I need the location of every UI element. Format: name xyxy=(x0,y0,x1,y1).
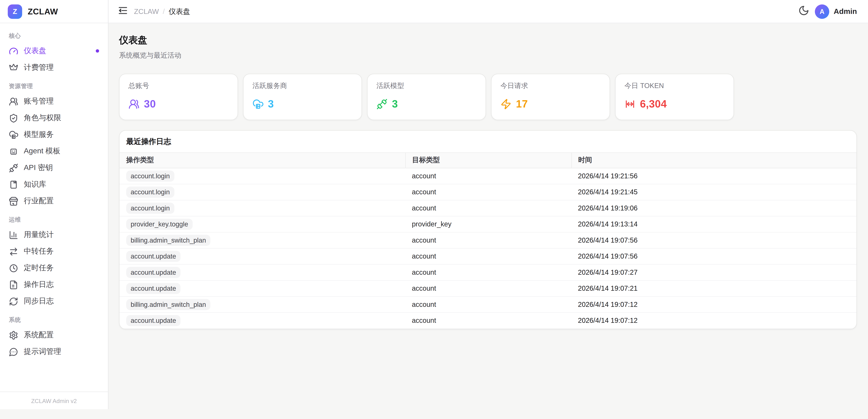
sidebar-item-label: 计费管理 xyxy=(24,62,54,72)
users-icon xyxy=(9,96,18,106)
refresh-icon xyxy=(9,297,18,306)
store-icon xyxy=(9,196,18,206)
sidebar-item-roles[interactable]: 角色与权限 xyxy=(4,110,104,126)
moon-icon xyxy=(798,5,809,18)
sidebar-item-label: 操作日志 xyxy=(24,279,54,290)
sidebar-item-label: 角色与权限 xyxy=(24,113,61,123)
sidebar-nav: 核心仪表盘计费管理资源管理账号管理角色与权限模型服务Agent 模板API 密钥… xyxy=(0,23,108,392)
gauge-icon xyxy=(9,46,18,56)
time-cell: 2026/4/14 19:07:56 xyxy=(571,232,856,248)
cloud-server-icon xyxy=(252,99,264,110)
time-cell: 2026/4/14 19:07:21 xyxy=(571,280,856,296)
sidebar-item-agent-templates[interactable]: Agent 模板 xyxy=(4,143,104,159)
sidebar-item-label: 中转任务 xyxy=(24,246,54,256)
page-title: 仪表盘 xyxy=(119,35,857,46)
page-subtitle: 系统概览与最近活动 xyxy=(119,51,857,60)
book-icon xyxy=(9,180,18,189)
user-menu[interactable]: A Admin xyxy=(815,4,857,19)
action-type-badge: provider_key.toggle xyxy=(126,219,192,230)
sidebar-collapse-button[interactable] xyxy=(117,6,128,17)
stat-label: 今日请求 xyxy=(500,82,601,91)
sidebar-item-relay-tasks[interactable]: 中转任务 xyxy=(4,243,104,260)
user-name: Admin xyxy=(834,7,857,16)
action-type-badge: account.update xyxy=(126,251,181,262)
stat-card-3: 活跃模型3 xyxy=(367,73,486,120)
sidebar-item-label: 同步日志 xyxy=(24,296,54,306)
bot-icon xyxy=(9,146,18,156)
message-dots-icon xyxy=(9,347,18,356)
action-type-badge: account.login xyxy=(126,203,174,214)
time-cell: 2026/4/14 19:21:45 xyxy=(571,184,856,200)
sidebar-item-model-services[interactable]: 模型服务 xyxy=(4,126,104,143)
target-type-cell: account xyxy=(405,280,571,296)
breadcrumb-root[interactable]: ZCLAW xyxy=(134,7,159,16)
stat-label: 总账号 xyxy=(128,82,229,91)
stat-card-5: 今日 TOKEN6,304 xyxy=(615,73,734,120)
app-title: ZCLAW xyxy=(28,7,58,16)
sidebar-item-billing[interactable]: 计费管理 xyxy=(4,59,104,76)
sidebar-item-label: 系统配置 xyxy=(24,330,54,340)
table-row: billing.admin_switch_planaccount2026/4/1… xyxy=(120,232,856,248)
unplug-icon xyxy=(9,163,18,173)
action-type-badge: account.update xyxy=(126,267,181,278)
action-type-badge: account.login xyxy=(126,187,174,198)
action-type-badge: account.login xyxy=(126,171,174,182)
table-row: account.loginaccount2026/4/14 19:21:45 xyxy=(120,184,856,200)
target-type-cell: account xyxy=(405,200,571,216)
app-root: Z ZCLAW 核心仪表盘计费管理资源管理账号管理角色与权限模型服务Agent … xyxy=(0,0,868,409)
sidebar-item-label: 账号管理 xyxy=(24,96,54,106)
time-cell: 2026/4/14 19:07:56 xyxy=(571,248,856,264)
sidebar-item-dashboard[interactable]: 仪表盘 xyxy=(4,43,104,59)
target-type-cell: account xyxy=(405,312,571,329)
sidebar-item-accounts[interactable]: 账号管理 xyxy=(4,93,104,110)
recent-logs-table: 操作类型目标类型时间 account.loginaccount2026/4/14… xyxy=(120,152,856,329)
sidebar-item-system-config[interactable]: 系统配置 xyxy=(4,327,104,343)
main-area: ZCLAW / 仪表盘 A Admin 仪表盘 系统概览与最近活动 总账号30活… xyxy=(108,0,868,409)
logo: Z ZCLAW xyxy=(0,0,108,23)
table-row: account.updateaccount2026/4/14 19:07:56 xyxy=(120,248,856,264)
stat-value: 17 xyxy=(516,98,528,110)
collapse-sidebar-icon xyxy=(117,5,128,18)
stat-card-2: 活跃服务商3 xyxy=(243,73,362,120)
swap-icon xyxy=(9,247,18,256)
time-cell: 2026/4/14 19:07:27 xyxy=(571,265,856,280)
crown-icon xyxy=(9,63,18,72)
sidebar-item-prompt-management[interactable]: 提示词管理 xyxy=(4,343,104,360)
sidebar-item-label: Agent 模板 xyxy=(24,146,60,156)
sidebar-section-label: 系统 xyxy=(4,309,104,327)
sidebar-item-industry-config[interactable]: 行业配置 xyxy=(4,193,104,209)
sidebar-item-knowledge-base[interactable]: 知识库 xyxy=(4,176,104,193)
sidebar-item-sync-logs[interactable]: 同步日志 xyxy=(4,293,104,309)
target-type-cell: account xyxy=(405,168,571,184)
stat-value: 3 xyxy=(268,98,274,110)
dark-mode-toggle[interactable] xyxy=(798,6,809,17)
sidebar-item-label: 模型服务 xyxy=(24,129,54,140)
target-type-cell: account xyxy=(405,265,571,280)
stat-cards: 总账号30活跃服务商3活跃模型3今日请求17今日 TOKEN6,304 xyxy=(119,73,857,120)
stat-label: 活跃模型 xyxy=(376,82,476,91)
time-cell: 2026/4/14 19:13:14 xyxy=(571,216,856,232)
sidebar-item-cron-tasks[interactable]: 定时任务 xyxy=(4,260,104,276)
table-row: provider_key.toggleprovider_key2026/4/14… xyxy=(120,216,856,232)
logo-icon: Z xyxy=(8,4,22,19)
sidebar-item-operation-logs[interactable]: 操作日志 xyxy=(4,276,104,293)
table-header-row: 操作类型目标类型时间 xyxy=(120,153,856,168)
sidebar-item-api-keys[interactable]: API 密钥 xyxy=(4,159,104,176)
sidebar-item-label: 行业配置 xyxy=(24,196,54,206)
target-type-cell: provider_key xyxy=(405,216,571,232)
users-icon xyxy=(128,99,140,110)
time-cell: 2026/4/14 19:07:12 xyxy=(571,297,856,312)
action-type-badge: billing.admin_switch_plan xyxy=(126,235,210,246)
sidebar-section-label: 核心 xyxy=(4,26,104,43)
table-row: account.loginaccount2026/4/14 19:19:06 xyxy=(120,200,856,216)
sidebar-item-label: 用量统计 xyxy=(24,230,54,240)
sidebar-section-label: 运维 xyxy=(4,209,104,227)
time-cell: 2026/4/14 19:07:12 xyxy=(571,312,856,329)
sidebar-item-usage-stats[interactable]: 用量统计 xyxy=(4,227,104,243)
clock-icon xyxy=(9,263,18,273)
avatar: A xyxy=(815,4,829,19)
table-row: account.updateaccount2026/4/14 19:07:21 xyxy=(120,280,856,296)
action-type-badge: account.update xyxy=(126,315,181,326)
table-row: account.updateaccount2026/4/14 19:07:12 xyxy=(120,312,856,329)
table-row: account.updateaccount2026/4/14 19:07:27 xyxy=(120,265,856,280)
